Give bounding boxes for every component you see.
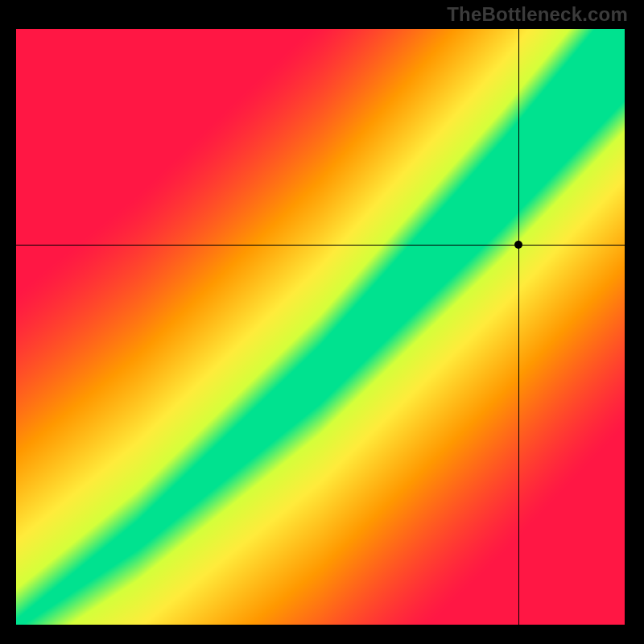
plot-area: [16, 29, 625, 625]
watermark-text: TheBottleneck.com: [447, 3, 628, 26]
crosshair-horizontal: [16, 245, 625, 246]
chart-frame: TheBottleneck.com: [0, 0, 644, 644]
crosshair-vertical: [518, 29, 519, 625]
heatmap-canvas: [16, 29, 625, 625]
marker-dot: [514, 241, 522, 249]
